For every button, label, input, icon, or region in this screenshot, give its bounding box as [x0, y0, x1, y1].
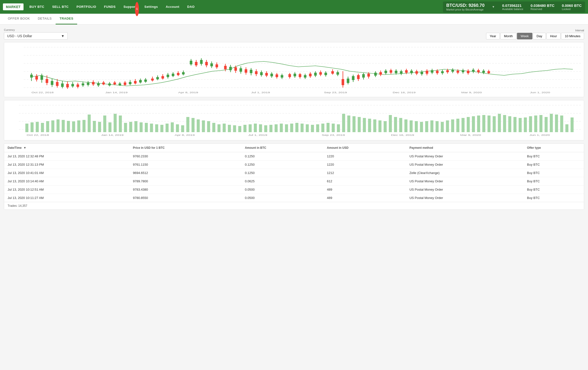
tab-details[interactable]: DETAILS: [34, 14, 56, 24]
nav-account[interactable]: Account: [162, 0, 184, 14]
svg-rect-286: [456, 119, 459, 132]
svg-rect-290: [477, 116, 480, 132]
svg-rect-303: [545, 117, 548, 132]
interval-month[interactable]: Month: [500, 33, 516, 39]
nav-sell-btc[interactable]: SELL BTC: [48, 0, 73, 14]
top-navigation: MARKET BUY BTC SELL BTC PORTFOLIO FUNDS …: [0, 0, 588, 14]
svg-rect-273: [389, 115, 392, 132]
svg-rect-31: [76, 84, 79, 87]
cell-payment: US Postal Money Order: [406, 161, 524, 169]
svg-rect-141: [374, 73, 377, 76]
svg-rect-291: [482, 115, 485, 132]
svg-rect-183: [482, 71, 485, 73]
svg-rect-285: [451, 119, 454, 132]
market-brand[interactable]: MARKET: [3, 3, 24, 10]
interval-section: Interval Year Month Week Day Hour 10 Min…: [486, 29, 584, 39]
svg-rect-175: [462, 70, 465, 72]
price-info-panel: BTC/USD: 9260.70 Market price by Bitcoin…: [443, 1, 585, 12]
cell-payment: US Postal Money Order: [406, 152, 524, 161]
col-amount-btc[interactable]: Amount in BTC: [241, 144, 323, 152]
svg-text:Oct 22, 2018: Oct 22, 2018: [27, 134, 49, 136]
svg-rect-297: [514, 117, 516, 132]
svg-rect-235: [192, 118, 195, 132]
svg-rect-254: [290, 124, 293, 132]
cell-offer-type: Buy BTC: [524, 185, 584, 194]
svg-text:Jul 1, 2019: Jul 1, 2019: [248, 134, 267, 136]
svg-rect-13: [30, 75, 33, 78]
svg-rect-294: [498, 114, 501, 132]
interval-week[interactable]: Week: [517, 33, 532, 39]
svg-rect-213: [77, 120, 80, 132]
svg-rect-45: [113, 82, 116, 84]
volume-chart-container: 10.00 7.50 5.00 2.50 0.00: [4, 100, 584, 140]
svg-rect-181: [477, 70, 480, 72]
svg-rect-203: [25, 124, 28, 132]
svg-rect-215: [88, 115, 91, 132]
svg-rect-97: [255, 71, 258, 74]
nav-settings[interactable]: Settings: [140, 0, 162, 14]
svg-rect-265: [347, 116, 350, 132]
locked-label: Locked: [562, 8, 582, 11]
sort-arrow-datetime[interactable]: ▼: [23, 146, 26, 150]
cell-amount-btc: 0.1250: [241, 169, 323, 177]
svg-rect-149: [395, 71, 397, 73]
svg-rect-127: [336, 72, 339, 75]
svg-rect-117: [309, 74, 312, 76]
interval-day[interactable]: Day: [533, 33, 546, 39]
interval-year[interactable]: Year: [486, 33, 500, 39]
svg-rect-211: [67, 121, 70, 132]
svg-rect-167: [441, 71, 444, 73]
nav-buy-btc[interactable]: BUY BTC: [25, 0, 48, 14]
svg-rect-59: [151, 79, 154, 81]
trades-count: Trades: 14,357: [4, 202, 584, 209]
svg-rect-247: [254, 124, 257, 132]
cell-payment: US Postal Money Order: [406, 194, 524, 202]
svg-rect-255: [295, 123, 298, 132]
svg-rect-272: [384, 121, 387, 132]
svg-rect-268: [363, 118, 366, 132]
currency-select[interactable]: USD - US Dollar ▼: [4, 32, 68, 40]
svg-rect-63: [161, 76, 164, 79]
cell-price: 9783.4380: [130, 185, 242, 194]
price-dropdown-arrow[interactable]: ▼: [492, 5, 495, 9]
col-amount-usd[interactable]: Amount in USD: [323, 144, 406, 152]
svg-rect-258: [311, 125, 314, 132]
svg-rect-241: [223, 124, 226, 132]
cell-offer-type: Buy BTC: [524, 169, 584, 177]
col-price[interactable]: Price in USD for 1 BTC: [130, 144, 242, 152]
svg-rect-256: [301, 124, 304, 132]
svg-rect-109: [288, 74, 291, 77]
main-content: Currency USD - US Dollar ▼ Interval Year…: [0, 24, 588, 214]
svg-rect-55: [139, 80, 142, 82]
svg-text:Apr 8, 2019: Apr 8, 2019: [175, 134, 195, 136]
cell-datetime: Jul 13, 2020 10:14:40 AM: [4, 177, 130, 185]
svg-rect-214: [83, 120, 86, 132]
svg-rect-234: [186, 117, 189, 132]
nav-portfolio[interactable]: PORTFOLIO: [73, 0, 100, 14]
svg-rect-165: [436, 71, 439, 73]
interval-10min[interactable]: 10 Minutes: [561, 33, 584, 39]
cell-offer-type: Buy BTC: [524, 152, 584, 161]
nav-dao[interactable]: DAO: [183, 0, 198, 14]
col-datetime[interactable]: Date/Time ▼: [4, 144, 130, 152]
svg-rect-245: [244, 125, 246, 132]
col-offer-type[interactable]: Offer type: [524, 144, 584, 152]
tab-trades[interactable]: TRADES: [56, 14, 77, 24]
svg-rect-147: [390, 70, 392, 73]
cell-amount-usd: 489: [323, 185, 406, 194]
svg-rect-236: [197, 119, 200, 132]
svg-rect-139: [367, 74, 370, 77]
nav-funds[interactable]: FUNDS: [100, 0, 120, 14]
svg-rect-308: [571, 117, 574, 132]
interval-hour[interactable]: Hour: [546, 33, 561, 39]
svg-rect-212: [72, 121, 75, 132]
svg-rect-159: [420, 72, 423, 74]
svg-rect-262: [332, 124, 335, 132]
table-row: Jul 13, 2020 10:11:27 AM 9780.8550 0.050…: [4, 194, 584, 202]
svg-rect-87: [229, 67, 232, 70]
svg-rect-270: [373, 119, 376, 132]
trades-table: Date/Time ▼ Price in USD for 1 BTC Amoun…: [4, 144, 584, 202]
col-payment[interactable]: Payment method: [406, 144, 524, 152]
nav-support[interactable]: Support 1: [120, 0, 140, 14]
tab-offer-book[interactable]: OFFER BOOK: [4, 14, 34, 24]
